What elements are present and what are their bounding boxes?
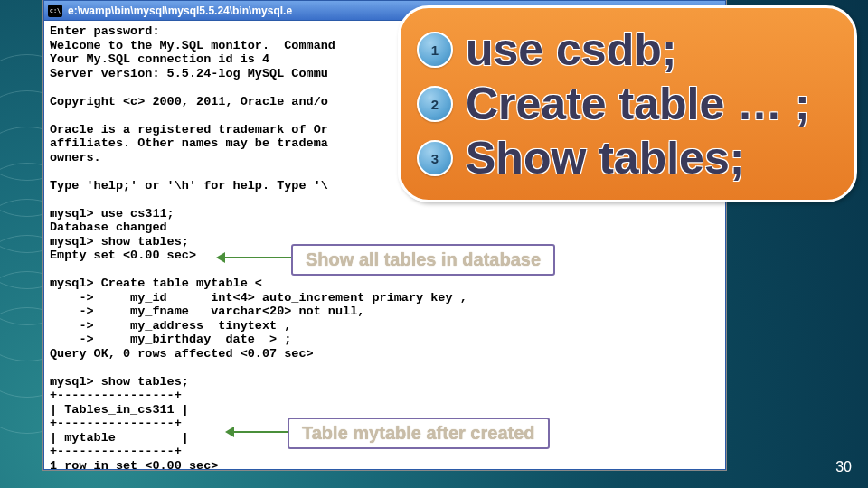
annotation-show-tables: Show all tables in database bbox=[291, 244, 555, 276]
cmd-icon: c:\ bbox=[48, 5, 62, 17]
step-commands: use csdb; Create table … ; Show tables; bbox=[466, 23, 810, 185]
annotation-after-created: Table mytable after created bbox=[288, 418, 550, 449]
window-path: e:\wamp\bin\mysql\mysql5.5.24\bin\mysql.… bbox=[68, 5, 292, 17]
step-num-3: 3 bbox=[417, 140, 453, 176]
cmd-use: use csdb; bbox=[466, 23, 810, 77]
step-numbers: 1 2 3 bbox=[417, 32, 453, 176]
step-num-1: 1 bbox=[417, 32, 453, 68]
cmd-show: Show tables; bbox=[466, 131, 810, 185]
arrow-annotation-2 bbox=[233, 431, 288, 433]
arrow-annotation-1 bbox=[224, 257, 291, 258]
slide: c:\ e:\wamp\bin\mysql\mysql5.5.24\bin\my… bbox=[0, 0, 868, 488]
step-num-2: 2 bbox=[417, 86, 453, 122]
page-number: 30 bbox=[835, 459, 852, 475]
cmd-create: Create table … ; bbox=[466, 77, 810, 131]
steps-card: 1 2 3 use csdb; Create table … ; Show ta… bbox=[398, 5, 857, 202]
